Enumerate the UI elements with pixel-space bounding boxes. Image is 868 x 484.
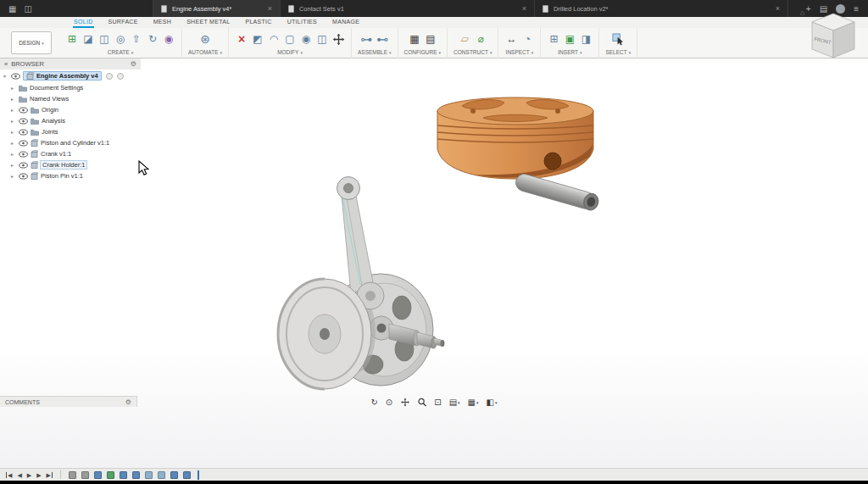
expand-arrow-icon[interactable]: ▸ bbox=[11, 85, 16, 91]
timeline-feature[interactable] bbox=[145, 471, 153, 479]
fit-icon[interactable]: ⊡ bbox=[434, 398, 441, 407]
timeline-feature[interactable] bbox=[158, 471, 165, 479]
visibility-eye-icon[interactable] bbox=[11, 73, 20, 80]
close-tab-icon[interactable]: × bbox=[776, 4, 780, 13]
step-forward-icon[interactable]: ▶ bbox=[36, 472, 41, 478]
visibility-eye-icon[interactable] bbox=[19, 140, 28, 147]
insert-menu[interactable]: INSERT▾ bbox=[558, 49, 581, 55]
select-menu[interactable]: SELECT▾ bbox=[605, 49, 631, 55]
split-body-icon[interactable]: ◫ bbox=[315, 32, 329, 47]
combine-icon[interactable]: ◉ bbox=[299, 32, 313, 47]
design-dropdown[interactable]: DESIGN ▾ bbox=[11, 31, 52, 54]
step-back-icon[interactable]: ◀ bbox=[17, 472, 21, 478]
viewcube[interactable]: ⌂ FRONT bbox=[800, 7, 861, 66]
data-panel-icon[interactable]: ◫ bbox=[24, 4, 31, 14]
grid-settings-icon[interactable]: ▦▾ bbox=[468, 398, 479, 407]
browser-row-origin[interactable]: ▸ Origin bbox=[0, 104, 141, 115]
tab-mesh[interactable]: MESH bbox=[153, 17, 172, 28]
inspect-menu[interactable]: INSPECT▾ bbox=[506, 49, 534, 55]
orbit-icon[interactable]: ↻ bbox=[370, 398, 377, 407]
browser-item-label[interactable]: Piston Pin v1:1 bbox=[41, 172, 83, 180]
browser-row-piston-and-cylinder[interactable]: ▸ Piston and Cylinder v1:1 bbox=[0, 137, 141, 148]
tab-utilities[interactable]: UTILITIES bbox=[287, 17, 318, 28]
document-tab-drilled-location[interactable]: Drilled Location v2* × bbox=[534, 0, 788, 17]
timeline-feature[interactable] bbox=[170, 471, 178, 479]
timeline-feature[interactable] bbox=[183, 471, 191, 479]
document-tab-engine-assembly[interactable]: Engine Assembly v4* × bbox=[153, 0, 280, 17]
timeline-position-marker[interactable] bbox=[198, 470, 199, 480]
gear-icon[interactable]: ⚙ bbox=[131, 60, 136, 68]
tab-solid[interactable]: SOLID bbox=[73, 17, 94, 28]
browser-row-named-views[interactable]: ▸ Named Views bbox=[0, 93, 141, 104]
automate-icon[interactable]: ⊛ bbox=[198, 32, 212, 47]
home-icon[interactable]: ⌂ bbox=[800, 8, 804, 17]
gear-icon[interactable]: ⚙ bbox=[125, 398, 131, 406]
automate-menu[interactable]: AUTOMATE▾ bbox=[188, 49, 222, 55]
viewports-icon[interactable]: ◧▾ bbox=[487, 398, 498, 407]
expand-arrow-icon[interactable]: ▸ bbox=[11, 140, 16, 146]
browser-item-label[interactable]: Crank Holder:1 bbox=[41, 161, 86, 169]
timeline-feature[interactable] bbox=[132, 471, 140, 479]
expand-arrow-icon[interactable]: ▸ bbox=[11, 151, 16, 157]
tab-manage[interactable]: MANAGE bbox=[331, 17, 360, 28]
visibility-eye-icon[interactable] bbox=[19, 162, 28, 169]
select-icon[interactable] bbox=[611, 32, 625, 47]
expand-arrow-icon[interactable]: ▸ bbox=[11, 96, 16, 102]
press-pull-icon[interactable]: ◩ bbox=[251, 32, 264, 47]
visibility-eye-icon[interactable] bbox=[19, 118, 28, 125]
browser-row-crank[interactable]: ▸ Crank v1:1 bbox=[0, 148, 141, 159]
browser-row-document-settings[interactable]: ▸ Document Settings bbox=[0, 82, 141, 93]
assemble-menu[interactable]: ASSEMBLE▾ bbox=[358, 49, 392, 55]
shell-icon[interactable]: ▢ bbox=[283, 32, 297, 47]
play-icon[interactable]: ▶ bbox=[27, 472, 31, 478]
browser-item-label[interactable]: Document Settings bbox=[30, 84, 83, 92]
app-grid-icon[interactable]: ▦ bbox=[8, 4, 16, 14]
browser-item-label[interactable]: Joints bbox=[42, 128, 58, 136]
timeline-feature[interactable] bbox=[69, 471, 76, 479]
expand-arrow-icon[interactable]: ▸ bbox=[11, 162, 16, 168]
move-copy-icon[interactable] bbox=[331, 32, 345, 47]
crank-assembly[interactable] bbox=[278, 177, 445, 390]
pan-icon[interactable] bbox=[400, 398, 409, 407]
browser-item-label[interactable]: Piston and Cylinder v1:1 bbox=[41, 139, 109, 147]
plane-icon[interactable]: ▱ bbox=[458, 32, 471, 47]
new-component-icon[interactable]: ⊞ bbox=[65, 32, 79, 47]
skip-end-icon[interactable]: ▶ bbox=[47, 472, 53, 478]
document-tab-label[interactable]: Engine Assembly v4* bbox=[172, 5, 231, 13]
root-component-label[interactable]: Engine Assembly v4 bbox=[23, 71, 102, 81]
cylinder-icon[interactable]: ◎ bbox=[114, 32, 127, 47]
viewcube-cube[interactable]: FRONT bbox=[800, 7, 861, 66]
insert-derive-icon[interactable]: ⊞ bbox=[547, 32, 560, 47]
expand-arrow-icon[interactable]: ▸ bbox=[11, 118, 16, 124]
document-tab-contact-sets[interactable]: Contact Sets v1 × bbox=[280, 0, 534, 17]
joint-icon[interactable]: ⊶ bbox=[359, 32, 373, 47]
browser-item-label[interactable]: Crank v1:1 bbox=[41, 150, 71, 158]
timeline-feature[interactable] bbox=[81, 471, 89, 479]
browser-row-piston-pin[interactable]: ▸ Piston Pin v1:1 bbox=[0, 170, 141, 181]
collapse-panel-icon[interactable]: « bbox=[4, 60, 8, 68]
browser-item-label[interactable]: Named Views bbox=[30, 95, 69, 103]
insert-mesh-icon[interactable]: ◨ bbox=[579, 32, 593, 47]
browser-root-row[interactable]: ▾ Engine Assembly v4 bbox=[0, 70, 141, 82]
document-tab-label[interactable]: Contact Sets v1 bbox=[299, 5, 344, 13]
close-tab-icon[interactable]: × bbox=[522, 4, 526, 13]
configure-menu[interactable]: CONFIGURE▾ bbox=[404, 49, 442, 55]
expand-arrow-icon[interactable]: ▸ bbox=[11, 129, 16, 135]
configuration-table-icon[interactable]: ▤ bbox=[424, 32, 437, 47]
expand-arrow-icon[interactable]: ▸ bbox=[11, 173, 16, 179]
browser-item-label[interactable]: Analysis bbox=[42, 117, 65, 125]
visibility-eye-icon[interactable] bbox=[19, 151, 28, 158]
browser-row-joints[interactable]: ▸ Joints bbox=[0, 126, 141, 137]
timeline-feature[interactable] bbox=[94, 471, 102, 479]
display-settings-icon[interactable]: ▤▾ bbox=[449, 398, 460, 407]
browser-row-crank-holder[interactable]: ▸ Crank Holder:1 bbox=[0, 159, 141, 170]
timeline-feature[interactable] bbox=[120, 471, 127, 479]
expand-arrow-icon[interactable]: ▸ bbox=[11, 107, 16, 113]
form-icon[interactable]: ◉ bbox=[162, 32, 175, 47]
visibility-eye-icon[interactable] bbox=[19, 129, 28, 136]
browser-row-analysis[interactable]: ▸ Analysis bbox=[0, 115, 141, 126]
expand-arrow-icon[interactable]: ▾ bbox=[3, 73, 8, 79]
axis-icon[interactable]: ⌀ bbox=[474, 32, 487, 47]
decal-icon[interactable]: ▣ bbox=[563, 32, 576, 47]
section-analysis-icon[interactable]: ◔ bbox=[520, 32, 534, 47]
